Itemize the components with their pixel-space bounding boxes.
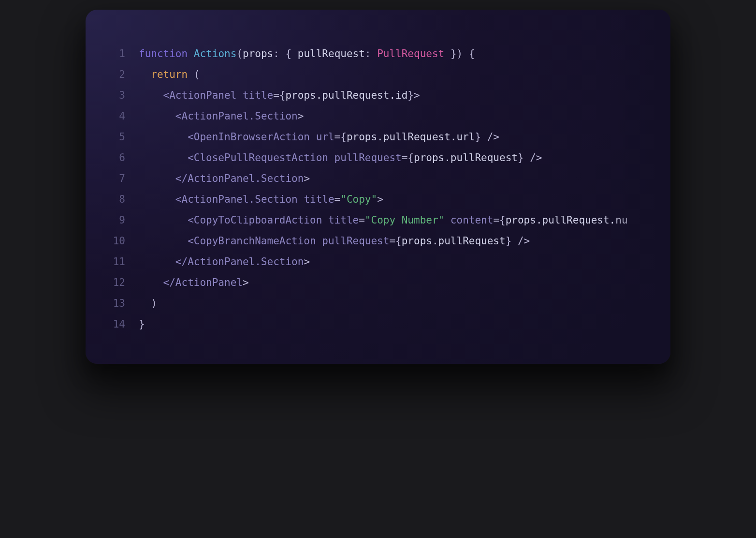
code-token: > [377,194,383,205]
code-line: </ActionPanel.Section> [139,168,651,189]
code-line: <CopyBranchNameAction pullRequest={props… [139,231,651,252]
code-token: = [334,131,341,143]
code-lines: function Actions(props: { pullRequest: P… [139,44,651,335]
code-line: ) [139,293,651,314]
code-token: }> [407,90,420,101]
code-token: CopyToClipboardAction [194,214,322,226]
line-number: 13 [105,293,125,314]
code-token: props.pullRequest.url [347,131,475,143]
line-number: 1 [105,44,125,64]
code-token: PullRequest [377,48,444,60]
code-token: pullRequest [316,235,390,247]
code-token: } /> [518,152,542,164]
code-line: } [139,314,651,335]
code-token: url [310,131,334,143]
code-token: function [139,48,188,60]
code-line: <ActionPanel.Section> [139,106,651,127]
code-token: { [340,131,347,143]
code-token: = [334,194,341,205]
code-token: = [273,90,279,101]
code-token: props.pullRequest [414,152,518,164]
code-token: < [139,194,182,205]
code-token: Copy [347,194,371,205]
code-token: " [371,194,377,205]
code-token: ActionPanel.Section [182,110,298,122]
code-token: > [304,173,310,184]
code-token: } [139,318,145,330]
line-number: 8 [105,189,125,210]
code-token: } /> [506,235,530,247]
code-token: > [243,277,249,288]
code-token [139,69,151,80]
code-line: <CopyToClipboardAction title="Copy Numbe… [139,210,651,231]
code-token: " [438,214,445,226]
line-number: 4 [105,106,125,127]
code-token: ActionPanel.Section [188,256,304,268]
code-token: " [365,214,371,226]
code-token: { [407,152,414,164]
code-token: < [139,110,182,122]
code-token: Actions [194,48,237,60]
code-token: ActionPanel.Section [182,194,298,205]
code-token: " [340,194,347,205]
code-token: ActionPanel.Section [188,173,304,184]
code-token: }) { [444,48,475,60]
code-token: </ [139,277,175,288]
code-token: : [365,48,377,60]
code-token: CopyBranchNameAction [194,235,316,247]
code-token: ActionPanel [169,90,236,101]
line-number: 14 [105,314,125,335]
code-token [188,48,194,60]
line-number-gutter: 1234567891011121314 [105,44,139,335]
code-token: { [279,90,286,101]
code-token: = [402,152,408,164]
code-token: props.pullRequest.id [285,90,407,101]
code-line: <ActionPanel title={props.pullRequest.id… [139,85,651,106]
code-token: { [499,214,506,226]
code-line: </ActionPanel> [139,272,651,293]
line-number: 2 [105,64,125,85]
code-token: title [236,90,273,101]
code-line: return ( [139,64,651,85]
line-number: 10 [105,231,125,252]
code-token: </ [139,173,188,184]
code-token: < [139,214,194,226]
code-token: ClosePullRequestAction [194,152,328,164]
code-token: = [493,214,499,226]
code-token: ActionPanel [175,277,243,288]
code-token: ( [188,69,200,80]
code-token: ) [139,298,157,309]
code-token: Copy Number [371,214,438,226]
code-line: <ClosePullRequestAction pullRequest={pro… [139,148,651,168]
code-token: return [151,69,188,80]
code-token: = [389,235,395,247]
line-number: 7 [105,168,125,189]
code-token: props [243,48,273,60]
line-number: 5 [105,127,125,148]
code-token: { [395,235,402,247]
code-token: </ [139,256,188,268]
code-token: < [139,152,194,164]
code-line: <ActionPanel.Section title="Copy"> [139,189,651,210]
code-token: title [298,194,334,205]
code-line: <OpenInBrowserAction url={props.pullRequ… [139,127,651,148]
code-token: } /> [475,131,499,143]
code-token: title [322,214,359,226]
code-token: props.pullRequest [402,235,506,247]
line-number: 12 [105,272,125,293]
code-line: function Actions(props: { pullRequest: P… [139,44,651,64]
code-token: pullRequest [298,48,365,60]
code-token: props.pullRequest.nu [506,214,628,226]
code-token: pullRequest [328,152,402,164]
code-token: content [444,214,493,226]
code-token: : { [273,48,298,60]
line-number: 6 [105,148,125,168]
line-number: 9 [105,210,125,231]
code-token: < [139,235,194,247]
code-token: ( [236,48,243,60]
code-line: </ActionPanel.Section> [139,252,651,272]
line-number: 3 [105,85,125,106]
code-block: 1234567891011121314 function Actions(pro… [105,44,651,335]
code-token: > [298,110,304,122]
code-token: < [139,90,169,101]
